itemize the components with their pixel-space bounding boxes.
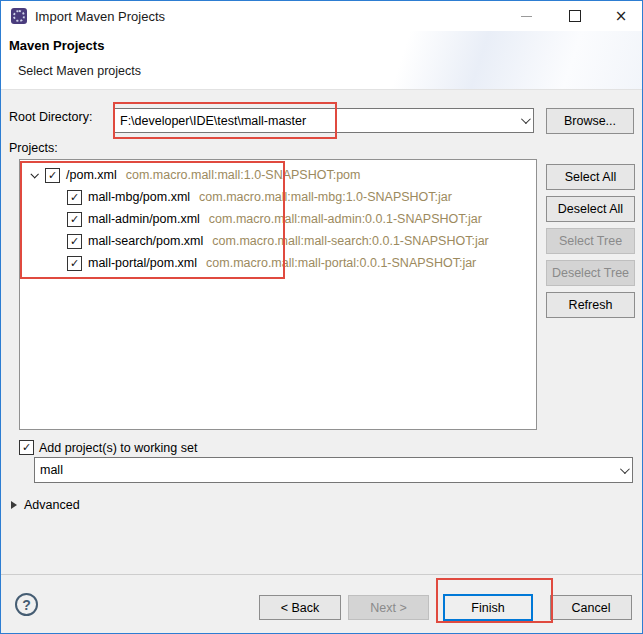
maximize-button[interactable] xyxy=(556,1,594,31)
advanced-label: Advanced xyxy=(24,498,80,512)
chevron-down-icon[interactable] xyxy=(614,467,632,474)
footer-divider xyxy=(1,574,642,575)
checkbox-mall-admin[interactable]: ✓ xyxy=(67,212,82,227)
title-bar[interactable]: Import Maven Projects × xyxy=(1,1,642,31)
cancel-button[interactable]: Cancel xyxy=(550,595,632,620)
tree-item-name: mall-admin/pom.xml xyxy=(88,212,200,226)
working-set-value[interactable]: mall xyxy=(35,463,614,477)
advanced-expander[interactable]: Advanced xyxy=(11,498,80,512)
page-subtitle: Select Maven projects xyxy=(18,64,141,78)
checkbox-mall-mbg[interactable]: ✓ xyxy=(67,190,82,205)
checkbox-mall-portal[interactable]: ✓ xyxy=(67,256,82,271)
tree-item-artifact: com.macro.mall:mall-portal:0.0.1-SNAPSHO… xyxy=(206,256,476,270)
tree-item-name: mall-search/pom.xml xyxy=(88,234,203,248)
root-directory-label: Root Directory: xyxy=(9,110,92,124)
projects-tree[interactable]: ✓ /pom.xml com.macro.mall:mall:1.0-SNAPS… xyxy=(19,159,537,430)
working-set-label: Add project(s) to working set xyxy=(39,441,197,455)
maximize-icon xyxy=(569,10,581,22)
minimize-icon xyxy=(521,16,532,17)
refresh-button[interactable]: Refresh xyxy=(546,292,635,318)
help-question-icon: ? xyxy=(22,597,31,613)
close-icon: × xyxy=(615,9,628,24)
tree-item-name: /pom.xml xyxy=(66,168,117,182)
window-title: Import Maven Projects xyxy=(35,9,165,24)
wizard-header: Maven Projects Select Maven projects xyxy=(1,31,642,90)
checkbox-mall-search[interactable]: ✓ xyxy=(67,234,82,249)
check-icon: ✓ xyxy=(70,257,79,268)
root-directory-combo[interactable]: F:\developer\IDE\test\mall-master xyxy=(114,108,534,133)
working-set-checkbox[interactable]: ✓ xyxy=(19,440,34,455)
chevron-down-icon[interactable] xyxy=(515,117,533,124)
tree-item-artifact: com.macro.mall:mall-search:0.0.1-SNAPSHO… xyxy=(212,234,488,248)
tree-item-artifact: com.macro.mall:mall-admin:0.0.1-SNAPSHOT… xyxy=(209,212,482,226)
minimize-button[interactable] xyxy=(507,1,545,31)
tree-item-artifact: com.macro.mall:mall:1.0-SNAPSHOT:pom xyxy=(126,168,361,182)
tree-row-mall-admin[interactable]: ✓ mall-admin/pom.xml com.macro.mall:mall… xyxy=(20,208,536,230)
tree-item-name: mall-portal/pom.xml xyxy=(88,256,197,270)
tree-row-mall-mbg[interactable]: ✓ mall-mbg/pom.xml com.macro.mall:mall-m… xyxy=(20,186,536,208)
browse-button[interactable]: Browse... xyxy=(546,108,634,134)
tree-row-mall-search[interactable]: ✓ mall-search/pom.xml com.macro.mall:mal… xyxy=(20,230,536,252)
tree-item-artifact: com.macro.mall:mall-mbg:1.0-SNAPSHOT:jar xyxy=(199,190,452,204)
chevron-expanded-icon[interactable] xyxy=(27,168,41,182)
projects-label: Projects: xyxy=(9,141,58,155)
page-title: Maven Projects xyxy=(9,38,104,53)
triangle-right-icon xyxy=(11,501,17,509)
check-icon: ✓ xyxy=(22,442,31,453)
working-set-combo[interactable]: mall xyxy=(34,457,633,483)
close-button[interactable]: × xyxy=(602,1,640,31)
check-icon: ✓ xyxy=(48,169,57,180)
import-maven-projects-dialog: Import Maven Projects × Maven Projects S… xyxy=(0,0,643,634)
deselect-all-button[interactable]: Deselect All xyxy=(546,196,635,222)
next-button: Next > xyxy=(348,595,429,620)
deselect-tree-button: Deselect Tree xyxy=(546,260,635,286)
check-icon: ✓ xyxy=(70,191,79,202)
checkbox-pom[interactable]: ✓ xyxy=(45,168,60,183)
tree-row-pom[interactable]: ✓ /pom.xml com.macro.mall:mall:1.0-SNAPS… xyxy=(20,164,536,186)
root-directory-value[interactable]: F:\developer\IDE\test\mall-master xyxy=(115,114,515,128)
tree-item-name: mall-mbg/pom.xml xyxy=(88,190,190,204)
import-maven-gear-icon xyxy=(11,8,27,24)
help-button[interactable]: ? xyxy=(15,593,38,616)
back-button[interactable]: < Back xyxy=(259,595,341,620)
finish-button[interactable]: Finish xyxy=(443,594,533,621)
select-tree-button: Select Tree xyxy=(546,228,635,254)
check-icon: ✓ xyxy=(70,213,79,224)
tree-row-mall-portal[interactable]: ✓ mall-portal/pom.xml com.macro.mall:mal… xyxy=(20,252,536,274)
select-all-button[interactable]: Select All xyxy=(546,164,635,190)
check-icon: ✓ xyxy=(70,235,79,246)
